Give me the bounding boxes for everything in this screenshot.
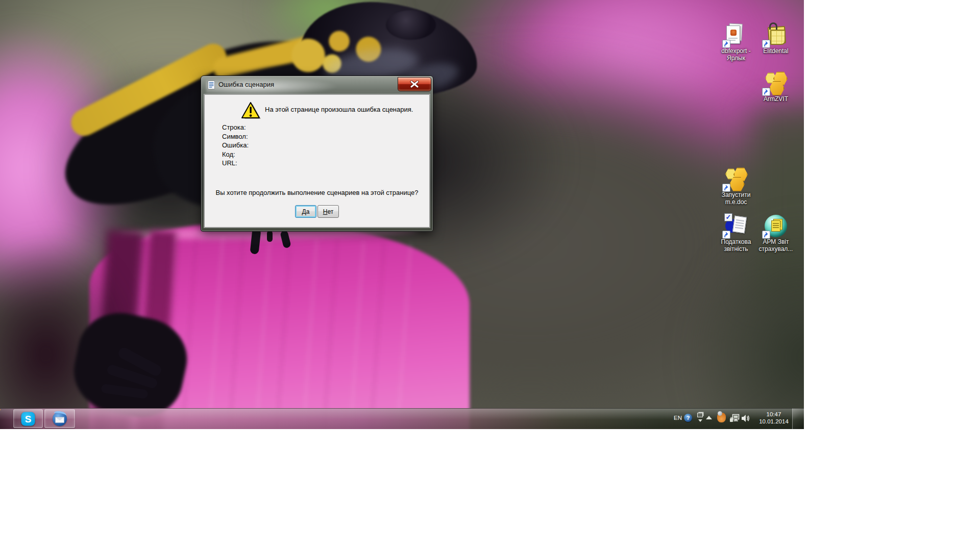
error-fields: Строка: Символ: Ошибка: Код: URL: [222,123,249,168]
document-page-icon [724,23,748,47]
clock-date: 10.01.2014 [757,418,790,425]
shortcut-arrow-icon [762,88,770,96]
dialog-titlebar[interactable]: Ошибка сценария [201,76,433,94]
field-url: URL: [222,159,249,168]
desktop-icon-podatkova[interactable]: ✓ Податкова звітність [715,214,757,253]
shortcut-arrow-icon [722,184,730,192]
desktop-icon-medoc[interactable]: Запустити m.e.doc [715,167,757,206]
volume-icon[interactable] [741,414,750,424]
shortcut-arrow-icon [722,231,730,239]
shortcut-arrow-icon [762,40,770,48]
tax-report-icon: ✓ [724,214,748,238]
skype-icon: S [21,412,35,425]
taskbar-button-ie-partial[interactable] [0,410,4,427]
checkmark-icon: ✓ [724,213,732,221]
error-message: На этой странице произошла ошибка сценар… [265,106,413,113]
taskbar-button-skype[interactable]: S [13,409,43,428]
field-char: Символ: [222,133,249,142]
script-file-icon [208,81,215,91]
warning-icon [241,102,262,122]
desktop-icon-label: Запустити m.e.doc [715,192,757,206]
sphere-documents-icon [764,214,788,238]
chevron-down-icon[interactable] [698,419,702,422]
field-error: Ошибка: [222,141,249,151]
desktop-icon-armzvit[interactable]: ArmZVIT [754,71,797,103]
language-indicator[interactable]: EN [674,415,682,421]
shortcut-arrow-icon [762,231,770,239]
taskbar: S EN ? [0,408,804,429]
desktop[interactable]: dbfexport - Ярлык Elitdental [0,0,804,429]
desktop-icon-label: АРМ Звіт страхувал... [754,239,797,253]
desktop-icon-label: dbfexport - Ярлык [715,48,757,62]
dialog-question: Вы хотите продолжить выполнение сценарие… [205,189,429,196]
desktop-icon-elitdental[interactable]: Elitdental [754,23,797,55]
honeycomb-icon [724,167,748,191]
field-line: Строка: [222,123,249,133]
close-icon [410,81,419,88]
desktop-icon-label: Elitdental [754,48,797,55]
field-code: Код: [222,151,249,160]
yes-button[interactable]: Да [295,205,316,218]
clock[interactable]: 10:47 10.01.2014 [757,411,790,425]
clock-time: 10:47 [757,411,790,418]
show-hidden-icons-chevron[interactable] [706,416,712,419]
close-button[interactable] [398,77,431,91]
thunderbird-icon [53,412,67,426]
network-icon[interactable] [729,414,740,425]
desktop-icon-dbfexport[interactable]: dbfexport - Ярлык [715,23,757,62]
hand-tray-icon[interactable] [717,413,726,422]
desktop-icon-arm-zvit-strah[interactable]: АРМ Звіт страхувал... [754,214,797,253]
honeycomb-icon [764,71,788,95]
desktop-icon-label: Податкова звітність [715,239,757,253]
dialog-title: Ошибка сценария [218,81,274,88]
taskbar-button-thunderbird[interactable] [44,409,75,428]
help-tray-icon[interactable]: ? [684,414,692,422]
desktop-icon-label: ArmZVIT [754,96,797,103]
notes-icon [764,23,788,47]
no-button[interactable]: Нет [317,205,339,218]
script-error-dialog: Ошибка сценария На э [201,76,433,232]
show-desktop-button[interactable] [792,408,804,429]
shortcut-arrow-icon [722,40,730,48]
screen: dbfexport - Ярлык Elitdental [0,0,980,551]
app-window-tray-icon[interactable] [697,413,703,417]
dialog-client-area: На этой странице произошла ошибка сценар… [204,94,430,228]
